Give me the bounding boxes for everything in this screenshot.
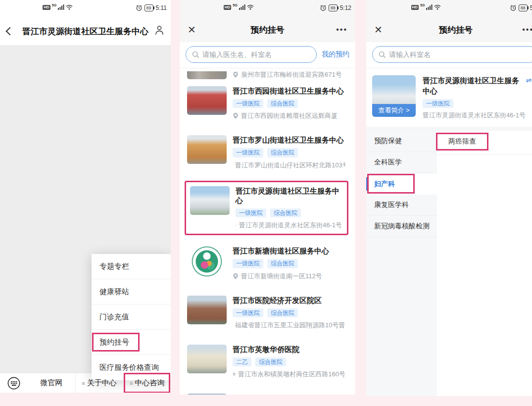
search-input[interactable] bbox=[389, 51, 531, 58]
page-title: 晋江市灵源街道社区卫生服务中心 bbox=[0, 26, 171, 37]
menu-item-label: 医疗服务价格查询 bbox=[99, 363, 159, 372]
chat-content-area: 专题专栏健康驿站门诊充值预约挂号医疗服务价格查询 bbox=[0, 45, 171, 373]
status-bar: HD 5G 88 5:12 bbox=[180, 0, 355, 17]
keyboard-toggle-icon[interactable] bbox=[0, 373, 28, 393]
title-bar: ✕ 预约挂号 ••• bbox=[180, 17, 355, 42]
hospital-name: 晋江市罗山街道社区卫生服务中心 bbox=[233, 136, 345, 145]
more-menu-icon[interactable]: ••• bbox=[522, 25, 532, 34]
hamburger-icon: ≡ bbox=[130, 380, 133, 386]
signal-icon bbox=[239, 4, 245, 10]
signal-icon bbox=[58, 4, 64, 10]
hospital-address: 晋江市罗山街道山仔社区环村北路103号... bbox=[235, 161, 345, 170]
sidebar-item-dept-3[interactable]: 康复医学科 bbox=[366, 195, 437, 216]
menu-item-label: 门诊充值 bbox=[99, 312, 129, 322]
sidebar-item-dept-2[interactable]: 妇产科 bbox=[366, 173, 437, 195]
signal-slot-1 bbox=[58, 4, 64, 10]
menu-item[interactable]: 健康驿站 bbox=[92, 279, 171, 304]
department-label: 预防保健 bbox=[374, 137, 402, 146]
sidebar-item-dept-4[interactable]: 新冠病毒核酸检测 bbox=[366, 216, 437, 237]
department-label: 妇产科 bbox=[374, 180, 395, 189]
search-field[interactable] bbox=[186, 46, 317, 63]
service-item-screening[interactable]: 两癌筛查 bbox=[436, 133, 488, 151]
wifi-slot-2 bbox=[247, 4, 254, 10]
hospital-info: 晋江市新塘街道社区服务中心一级医院综合医院 晋江市新塘街道南一区112号 bbox=[233, 246, 345, 280]
status-bar: HD 5G 88 5:12 bbox=[366, 0, 532, 17]
hospital-grade-badge: 综合医院 bbox=[267, 308, 298, 317]
hospital-grade-badge: 综合医院 bbox=[267, 99, 298, 108]
wifi-icon bbox=[247, 4, 254, 10]
search-icon bbox=[192, 51, 199, 58]
tab-2[interactable]: ≡中心咨询 bbox=[123, 373, 171, 393]
view-intro-button[interactable]: 查看简介 > bbox=[372, 104, 416, 117]
hospital-photo bbox=[187, 135, 227, 164]
alarm-icon bbox=[510, 5, 516, 11]
department-content: 两癌筛查 bbox=[437, 131, 532, 396]
hospital-grade-badge: 一级医院 bbox=[423, 99, 453, 108]
sidebar-item-dept-0[interactable]: 预防保健 bbox=[366, 131, 437, 152]
hospital-list-item[interactable]: 晋江市灵源街道社区卫生服务中心一级医院综合医院 晋江市灵源街道灵水社区东街46-… bbox=[185, 181, 348, 235]
my-appointments-link[interactable]: 我的预约 bbox=[322, 50, 349, 59]
hospital-address: 泉州市晋江市梅岭街道迎宾路671号 bbox=[241, 70, 342, 79]
hospital-list-item[interactable]: 晋江市医院经济开发区院区一级医院综合医院 福建省晋江市五里工业园翔源路10号晋.… bbox=[180, 296, 355, 330]
hospital-address: 晋江市永和镇英墩村商住区西路160号 bbox=[238, 370, 345, 379]
menu-item[interactable]: 门诊充值 bbox=[92, 304, 171, 330]
menu-item[interactable]: 专题专栏 bbox=[92, 254, 171, 279]
tab-0[interactable]: 微官网 bbox=[28, 373, 75, 393]
menu-item-label: 健康驿站 bbox=[99, 287, 129, 297]
department-label: 康复医学科 bbox=[374, 201, 409, 209]
menu-item[interactable]: 预约挂号 bbox=[92, 330, 171, 355]
hospital-list-item[interactable]: 晋江市西园街道社区卫生服务中心一级医院综合医院 晋江市西园街道赖厝社区远辉商厦 bbox=[180, 86, 355, 120]
menu-item-label: 专题专栏 bbox=[99, 262, 129, 271]
search-icon bbox=[379, 51, 386, 58]
alarm-icon bbox=[136, 5, 142, 11]
service-row: 两癌筛查 bbox=[437, 133, 532, 155]
page-title: 预约挂号 bbox=[366, 24, 532, 36]
search-field[interactable] bbox=[372, 46, 532, 63]
search-input[interactable] bbox=[202, 51, 310, 58]
hospital-tags: 一级医院综合医院 bbox=[233, 259, 345, 268]
pin-slot-0 bbox=[233, 71, 239, 78]
phone-screen-hospital-list: HD 5G 88 5:12 ✕ 预约挂号 ••• bbox=[180, 0, 355, 395]
hamburger-icon: ≡ bbox=[82, 380, 85, 386]
hospital-photo bbox=[187, 345, 227, 373]
hospital-grade-badge: 一级医院 bbox=[233, 259, 263, 268]
hospital-photo bbox=[187, 296, 227, 324]
hospital-info: 晋江市英墩华侨医院二乙综合医院 晋江市永和镇英墩村商住区西路160号 bbox=[233, 345, 345, 379]
hospital-info: 晋江市西园街道社区卫生服务中心一级医院综合医院 晋江市西园街道赖厝社区远辉商厦 bbox=[233, 86, 345, 120]
battery-icon: 88 bbox=[329, 4, 338, 11]
alarm-slot-2 bbox=[320, 5, 326, 11]
tab-label: 关于中心 bbox=[87, 378, 117, 388]
phone-screen-department-select: HD 5G 88 5:12 ✕ 预约挂号 ••• bbox=[366, 0, 532, 396]
switch-hospital-link[interactable]: ⇌ 切换 bbox=[526, 76, 532, 85]
hospital-tags: 二乙综合医院 bbox=[233, 357, 345, 366]
hospital-address-row: 晋江市罗山街道山仔社区环村北路103号... bbox=[233, 161, 345, 170]
hd-badge-icon: HD bbox=[411, 5, 419, 10]
nav-bar: 晋江市灵源街道社区卫生服务中心 bbox=[0, 17, 171, 45]
signal-slot-2 bbox=[239, 4, 245, 10]
hospital-photo bbox=[187, 86, 227, 115]
hd-badge-icon: HD bbox=[43, 5, 50, 10]
clock-time: 5:12 bbox=[340, 4, 351, 11]
list-item-partial[interactable]: 泉州市晋江市梅岭街道迎宾路671号 bbox=[180, 70, 355, 86]
hospital-list-item[interactable]: 晋江市英墩华侨医院二乙综合医院 晋江市永和镇英墩村商住区西路160号 bbox=[180, 345, 355, 379]
alarm-icon bbox=[320, 5, 326, 11]
location-pin-icon bbox=[233, 273, 239, 280]
hospital-tags: 一级医院综合医院 bbox=[233, 99, 345, 108]
profile-icon[interactable] bbox=[155, 25, 164, 35]
alarm-slot-1 bbox=[136, 5, 142, 11]
hospital-address-row: 晋江市西园街道赖厝社区远辉商厦 bbox=[233, 111, 345, 120]
switch-arrows-icon: ⇌ bbox=[526, 76, 532, 84]
hospital-address-row: 晋江市灵源街道灵水社区东街46-1号 bbox=[236, 221, 342, 230]
hospital-address: 晋江市新塘街道南一区112号 bbox=[241, 272, 322, 281]
tab-1[interactable]: ≡关于中心 bbox=[75, 373, 123, 393]
hospital-list-item[interactable]: 晋江市中西医结合医院二乙综合医院 bbox=[180, 394, 355, 395]
search-row: 我的预约 bbox=[180, 42, 355, 68]
hospital-grade-badge: 一级医院 bbox=[233, 308, 263, 317]
hospital-list-item[interactable]: 晋江市罗山街道社区卫生服务中心一级医院综合医院 晋江市罗山街道山仔社区环村北路1… bbox=[180, 135, 355, 169]
hospital-list-item[interactable]: 晋江市新塘街道社区服务中心一级医院综合医院 晋江市新塘街道南一区112号 bbox=[180, 246, 355, 280]
sidebar-item-dept-1[interactable]: 全科医学 bbox=[366, 152, 437, 173]
page-title: 预约挂号 bbox=[180, 24, 355, 36]
menu-item-label: 预约挂号 bbox=[99, 338, 129, 347]
more-menu-icon[interactable]: ••• bbox=[336, 25, 347, 34]
tab-label: 微官网 bbox=[40, 378, 62, 388]
